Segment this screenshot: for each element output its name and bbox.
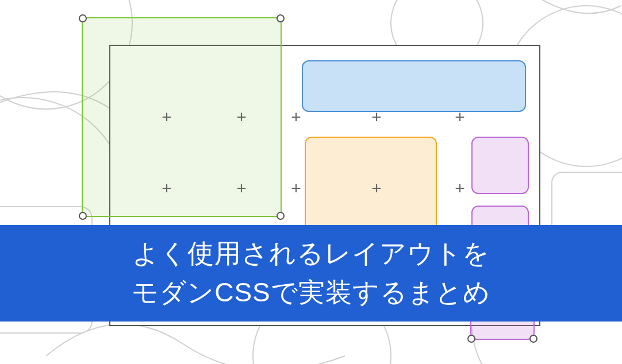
purple-block-1: [471, 137, 529, 194]
title-banner: よく使用されるレイアウトを モダンCSSで実装するまとめ: [0, 225, 622, 322]
selection-handle-icon: [529, 335, 537, 343]
green-selection-box: [82, 17, 282, 217]
title-line-2: モダンCSSで実装するまとめ: [132, 275, 490, 311]
blue-block: [302, 60, 526, 112]
selection-handle-icon: [277, 14, 285, 22]
selection-handle-icon: [467, 335, 475, 343]
selection-handle-icon: [277, 212, 285, 220]
selection-handle-icon: [79, 14, 87, 22]
selection-handle-icon: [79, 212, 87, 220]
title-line-1: よく使用されるレイアウトを: [132, 236, 490, 272]
